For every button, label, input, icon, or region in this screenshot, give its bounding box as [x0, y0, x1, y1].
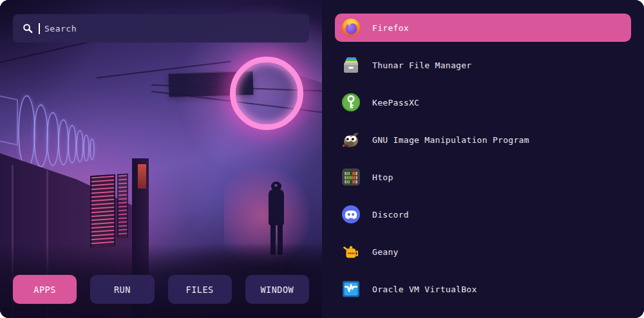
- search-icon: [23, 23, 33, 33]
- app-label: Firefox: [372, 23, 409, 33]
- app-list: Firefox Thunar File Manager Ke: [322, 0, 644, 318]
- neon-rect-outline: [0, 91, 18, 145]
- app-row-virtualbox[interactable]: Oracle VM VirtualBox: [335, 275, 631, 303]
- shutter-door: [117, 173, 128, 238]
- app-label: Htop: [372, 173, 393, 182]
- firefox-icon: [341, 18, 361, 37]
- neon-ring-reflection: [46, 112, 59, 166]
- tab-apps[interactable]: APPS: [13, 275, 77, 304]
- app-row-thunar[interactable]: Thunar File Manager: [335, 51, 631, 79]
- app-row-htop[interactable]: Htop: [335, 163, 631, 191]
- app-row-geany[interactable]: Geany: [335, 238, 631, 266]
- mode-tab-bar: APPS RUN FILES WINDOW: [13, 275, 309, 304]
- neon-ring-reflection: [68, 125, 77, 164]
- left-panel: Search APPS RUN FILES WINDOW: [0, 0, 322, 318]
- app-label: Discord: [372, 210, 409, 220]
- neon-ring: [230, 57, 303, 130]
- search-placeholder: Search: [44, 24, 77, 33]
- neon-ring-reflection: [83, 135, 90, 162]
- keepassxc-icon: [341, 93, 361, 112]
- app-row-gimp[interactable]: GNU Image Manipulation Program: [335, 126, 631, 154]
- red-lamp: [138, 164, 146, 189]
- tab-run[interactable]: RUN: [90, 275, 154, 304]
- neon-ring-reflection: [90, 138, 95, 160]
- app-label: Oracle VM VirtualBox: [372, 285, 477, 294]
- app-label: Thunar File Manager: [372, 61, 471, 70]
- gimp-icon: [341, 130, 361, 149]
- launcher-window: Search APPS RUN FILES WINDOW: [0, 0, 644, 318]
- app-row-discord[interactable]: Discord: [335, 200, 631, 229]
- app-row-firefox[interactable]: Firefox: [335, 14, 631, 42]
- helmet-visor-glint: [274, 184, 278, 187]
- app-label: Geany: [372, 247, 399, 257]
- geany-icon: [341, 242, 361, 261]
- app-label: GNU Image Manipulation Program: [372, 135, 529, 145]
- htop-icon: [341, 167, 361, 187]
- app-row-keepassxc[interactable]: KeePassXC: [335, 88, 631, 117]
- discord-icon: [341, 205, 361, 224]
- shutter-door: [90, 174, 115, 248]
- app-label: KeePassXC: [372, 98, 419, 108]
- wallpaper: [0, 0, 322, 318]
- virtualbox-icon: [341, 279, 361, 299]
- search-input[interactable]: Search: [13, 14, 309, 42]
- tab-files[interactable]: FILES: [168, 275, 232, 304]
- tab-window[interactable]: WINDOW: [245, 275, 309, 304]
- neon-ring-reflection: [18, 95, 35, 169]
- person-torso: [269, 189, 284, 225]
- text-caret: [39, 23, 40, 34]
- thunar-icon: [341, 55, 361, 75]
